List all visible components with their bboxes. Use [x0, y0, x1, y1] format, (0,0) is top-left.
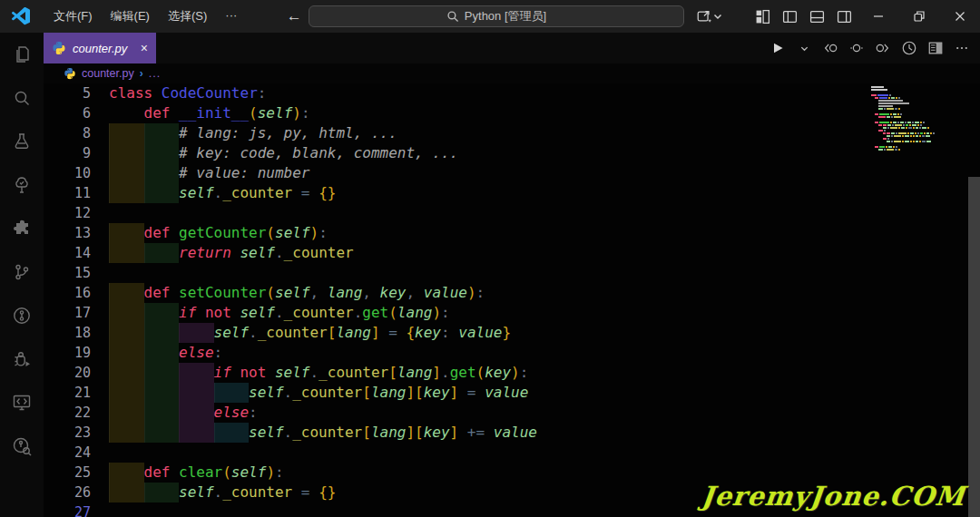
breadcrumb-file[interactable]: counter.py — [82, 67, 134, 80]
menu-more[interactable]: ··· — [216, 5, 246, 28]
code-line[interactable]: 22else: — [44, 403, 980, 423]
run-button[interactable] — [767, 37, 789, 59]
code-line[interactable]: 10# value: number — [44, 163, 980, 183]
indent-rainbow-block — [109, 283, 144, 303]
indent-rainbow-block — [179, 383, 214, 403]
line-number[interactable]: 16 — [44, 283, 91, 303]
tab-counter-py[interactable]: counter.py × — [44, 33, 156, 63]
code-line[interactable]: 20if not self._counter[lang].get(key): — [44, 363, 980, 383]
testing-icon[interactable] — [0, 120, 44, 163]
line-number[interactable]: 10 — [44, 163, 91, 183]
menu-file[interactable]: 文件(F) — [44, 5, 102, 28]
line-number[interactable]: 22 — [44, 403, 91, 423]
search-icon[interactable] — [0, 76, 44, 120]
code-line[interactable]: 12 — [44, 203, 980, 223]
customize-layout-icon[interactable] — [749, 5, 776, 28]
toggle-primary-sidebar-icon[interactable] — [776, 5, 803, 28]
code-line[interactable]: 6def __init__(self): — [44, 103, 980, 123]
indent-rainbow-block — [109, 123, 144, 143]
code-line[interactable]: 18self._counter[lang] = {key: value} — [44, 323, 980, 343]
menu-bar: 文件(F)编辑(E)选择(S)··· — [44, 5, 246, 28]
line-number[interactable]: 15 — [44, 263, 91, 283]
line-number[interactable]: 5 — [44, 83, 91, 103]
code-line[interactable]: 16def setCounter(self, lang, key, value)… — [44, 283, 980, 303]
minimize-button[interactable] — [858, 0, 898, 33]
line-number[interactable]: 21 — [44, 383, 91, 403]
code-line[interactable]: 13def getCounter(self): — [44, 223, 980, 243]
line-number[interactable]: 26 — [44, 483, 91, 502]
code-line[interactable]: 11self._counter = {} — [44, 183, 980, 203]
code-line[interactable]: 19else: — [44, 343, 980, 363]
line-number[interactable]: 19 — [44, 343, 91, 363]
minimap[interactable] — [871, 86, 953, 154]
line-number[interactable]: 20 — [44, 363, 91, 383]
gitlens-icon[interactable] — [0, 294, 44, 337]
debug-icon[interactable] — [0, 337, 44, 381]
command-center-search[interactable]: Python [管理员] — [309, 5, 684, 27]
timeline-icon[interactable] — [898, 37, 920, 59]
line-number[interactable]: 6 — [44, 103, 91, 123]
line-number[interactable]: 14 — [44, 243, 91, 263]
tab-close-icon[interactable]: × — [141, 42, 148, 54]
editor[interactable]: 5class CodeCounter:6def __init__(self):8… — [44, 83, 980, 517]
indent-rainbow-block — [109, 243, 144, 263]
source-control-icon[interactable] — [0, 250, 44, 294]
breadcrumb-more[interactable]: ... — [149, 67, 161, 80]
toggle-secondary-sidebar-icon[interactable] — [830, 5, 858, 28]
indent-rainbow-block — [179, 363, 214, 383]
remote-explorer-icon[interactable] — [0, 381, 44, 424]
line-number[interactable]: 18 — [44, 323, 91, 343]
line-number[interactable]: 8 — [44, 123, 91, 143]
toggle-panel-icon[interactable] — [803, 5, 830, 28]
line-number[interactable]: 23 — [44, 423, 91, 443]
code-line[interactable]: 8# lang: js, py, html, ... — [44, 123, 980, 143]
line-number[interactable]: 25 — [44, 463, 91, 483]
changes-icon[interactable] — [846, 37, 867, 59]
indent-rainbow-block — [109, 323, 144, 343]
indent-rainbow-block — [109, 383, 144, 403]
line-number[interactable]: 24 — [44, 443, 91, 463]
title-bar: 文件(F)编辑(E)选择(S)··· ← → Python [管理员] — [0, 0, 980, 33]
commit-graph-icon[interactable] — [0, 424, 44, 468]
indent-rainbow-block — [144, 483, 180, 502]
code-line[interactable]: 25def clear(self): — [44, 463, 980, 483]
line-number[interactable]: 12 — [44, 203, 91, 223]
code-line[interactable]: 14return self._counter — [44, 243, 980, 263]
vertical-scrollbar[interactable] — [968, 177, 980, 517]
indent-rainbow-block — [144, 243, 180, 263]
indent-rainbow-block — [144, 123, 180, 143]
todo-tree-icon[interactable] — [0, 163, 44, 207]
nav-back-arrow[interactable]: ← — [282, 7, 306, 25]
indent-rainbow-block — [109, 483, 144, 502]
menu-select[interactable]: 选择(S) — [159, 5, 216, 28]
code-line[interactable]: 17if not self._counter.get(lang): — [44, 303, 980, 323]
explorer-icon[interactable] — [0, 33, 44, 76]
menu-edit[interactable]: 编辑(E) — [102, 5, 159, 28]
next-change-icon[interactable] — [872, 37, 894, 59]
extensions-icon[interactable] — [0, 207, 44, 250]
code-line[interactable]: 24 — [44, 443, 980, 463]
line-number[interactable]: 13 — [44, 223, 91, 243]
line-number[interactable]: 9 — [44, 143, 91, 163]
code-line[interactable]: 5class CodeCounter: — [44, 83, 980, 103]
split-editor-icon[interactable] — [925, 37, 946, 59]
restore-button[interactable] — [898, 0, 939, 33]
code-line[interactable]: 15 — [44, 263, 980, 283]
more-actions-icon[interactable] — [951, 37, 973, 59]
python-file-icon — [52, 41, 66, 55]
indent-rainbow-block — [109, 363, 144, 383]
indent-rainbow-block — [179, 403, 214, 423]
code-line[interactable]: 21self._counter[lang][key] = value — [44, 383, 980, 403]
indent-rainbow-block — [109, 403, 144, 423]
run-dropdown-chevron-icon[interactable] — [793, 37, 815, 59]
indent-rainbow-block — [144, 423, 180, 443]
indent-rainbow-block — [144, 383, 180, 403]
code-line[interactable]: 23self._counter[lang][key] += value — [44, 423, 980, 443]
line-number[interactable]: 17 — [44, 303, 91, 323]
line-number[interactable]: 11 — [44, 183, 91, 203]
close-button[interactable] — [939, 0, 980, 33]
line-number[interactable]: 27 — [44, 502, 91, 517]
copilot-button[interactable] — [696, 8, 723, 24]
code-line[interactable]: 9# key: code, blank, comment, ... — [44, 143, 980, 163]
previous-change-icon[interactable] — [819, 37, 841, 59]
